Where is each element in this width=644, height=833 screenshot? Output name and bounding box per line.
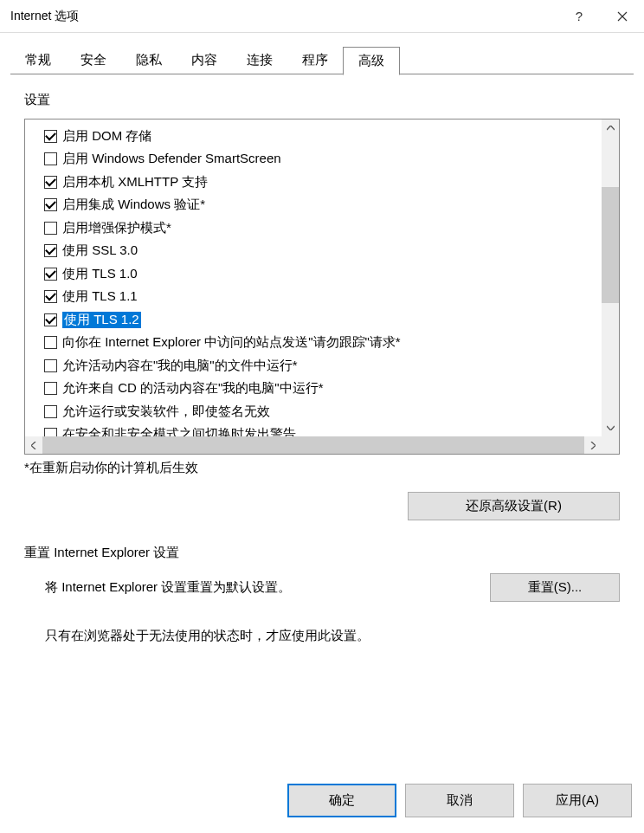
reset-heading: 重置 Internet Explorer 设置 <box>24 545 620 561</box>
setting-item: 使用 TLS 1.2 <box>42 308 619 332</box>
close-button[interactable] <box>601 0 644 33</box>
setting-item: 启用 DOM 存储 <box>42 125 619 148</box>
setting-item: 使用 SSL 3.0 <box>42 240 619 263</box>
dialog-footer: 确定 取消 应用(A) <box>287 784 632 817</box>
settings-group-label: 设置 <box>24 92 620 108</box>
checkbox[interactable] <box>44 382 57 395</box>
vertical-scrollbar[interactable] <box>602 119 619 436</box>
setting-item: 在安全和非安全模式之间切换时发出警告 <box>42 423 619 437</box>
tab-3[interactable]: 内容 <box>177 47 232 74</box>
checkbox[interactable] <box>44 130 57 143</box>
setting-label[interactable]: 启用集成 Windows 验证* <box>62 197 205 213</box>
checkbox[interactable] <box>44 244 57 257</box>
setting-item: 启用增强保护模式* <box>42 216 619 240</box>
window-title: Internet 选项 <box>10 9 557 24</box>
titlebar: Internet 选项 ? <box>0 0 644 33</box>
setting-label[interactable]: 向你在 Internet Explorer 中访问的站点发送"请勿跟踪"请求* <box>62 334 401 351</box>
checkbox[interactable] <box>44 198 57 211</box>
help-button[interactable]: ? <box>557 0 601 33</box>
settings-list: 启用 DOM 存储启用 Windows Defender SmartScreen… <box>25 119 619 436</box>
setting-label[interactable]: 使用 TLS 1.1 <box>62 288 138 305</box>
checkbox[interactable] <box>44 152 57 165</box>
tab-5[interactable]: 程序 <box>287 47 343 74</box>
setting-item: 启用本机 XMLHTTP 支持 <box>42 171 619 194</box>
reset-button[interactable]: 重置(S)... <box>490 573 620 602</box>
scroll-down-button[interactable] <box>602 419 619 436</box>
setting-label[interactable]: 使用 TLS 1.0 <box>62 266 138 282</box>
tab-2[interactable]: 隐私 <box>121 47 177 74</box>
setting-item: 启用 Windows Defender SmartScreen <box>42 148 619 171</box>
chevron-up-icon <box>607 126 615 131</box>
checkbox[interactable] <box>44 176 57 189</box>
setting-label[interactable]: 启用本机 XMLHTTP 支持 <box>62 174 208 190</box>
setting-item: 允许活动内容在"我的电脑"的文件中运行* <box>42 354 619 378</box>
tab-bar: 常规安全隐私内容连接程序高级 <box>0 47 644 74</box>
chevron-left-icon <box>31 442 36 449</box>
horizontal-scroll-thumb[interactable] <box>42 436 584 454</box>
apply-button[interactable]: 应用(A) <box>523 784 632 817</box>
setting-label[interactable]: 使用 TLS 1.2 <box>62 312 141 328</box>
restore-advanced-button[interactable]: 还原高级设置(R) <box>408 492 620 520</box>
setting-item: 使用 TLS 1.0 <box>42 262 619 286</box>
scroll-right-button[interactable] <box>584 436 602 454</box>
restart-note: *在重新启动你的计算机后生效 <box>24 460 620 476</box>
setting-item: 向你在 Internet Explorer 中访问的站点发送"请勿跟踪"请求* <box>42 332 619 355</box>
setting-item: 允许运行或安装软件，即使签名无效 <box>42 400 619 423</box>
scroll-up-button[interactable] <box>602 119 619 137</box>
content-area: 设置 启用 DOM 存储启用 Windows Defender SmartScr… <box>0 74 644 653</box>
checkbox[interactable] <box>44 290 57 303</box>
tab-0[interactable]: 常规 <box>10 47 66 74</box>
checkbox[interactable] <box>44 313 57 326</box>
checkbox[interactable] <box>44 359 57 372</box>
setting-label[interactable]: 启用增强保护模式* <box>62 220 171 236</box>
horizontal-scrollbar[interactable] <box>25 436 602 454</box>
settings-listbox: 启用 DOM 存储启用 Windows Defender SmartScreen… <box>24 119 620 455</box>
setting-label[interactable]: 在安全和非安全模式之间切换时发出警告 <box>62 426 296 436</box>
scroll-left-button[interactable] <box>25 436 42 454</box>
tab-4[interactable]: 连接 <box>232 47 287 74</box>
setting-item: 允许来自 CD 的活动内容在"我的电脑"中运行* <box>42 378 619 401</box>
setting-label[interactable]: 允许来自 CD 的活动内容在"我的电脑"中运行* <box>62 380 324 397</box>
tab-1[interactable]: 安全 <box>66 47 121 74</box>
chevron-down-icon <box>607 425 615 430</box>
setting-label[interactable]: 启用 Windows Defender SmartScreen <box>62 151 281 167</box>
checkbox[interactable] <box>44 222 57 235</box>
vertical-scroll-thumb[interactable] <box>602 187 619 303</box>
checkbox[interactable] <box>44 428 57 436</box>
scroll-corner <box>602 436 619 454</box>
reset-note: 只有在浏览器处于无法使用的状态时，才应使用此设置。 <box>24 628 620 644</box>
tab-6[interactable]: 高级 <box>343 47 400 75</box>
checkbox[interactable] <box>44 336 57 349</box>
chevron-right-icon <box>590 442 596 449</box>
checkbox[interactable] <box>44 405 57 418</box>
setting-label[interactable]: 启用 DOM 存储 <box>62 128 151 145</box>
ok-button[interactable]: 确定 <box>287 784 396 817</box>
checkbox[interactable] <box>44 268 57 281</box>
setting-item: 使用 TLS 1.1 <box>42 286 619 309</box>
setting-item: 启用集成 Windows 验证* <box>42 194 619 217</box>
setting-label[interactable]: 允许活动内容在"我的电脑"的文件中运行* <box>62 358 298 374</box>
cancel-button[interactable]: 取消 <box>405 784 514 817</box>
reset-description: 将 Internet Explorer 设置重置为默认设置。 <box>45 579 490 596</box>
setting-label[interactable]: 使用 SSL 3.0 <box>62 242 138 259</box>
close-icon <box>617 11 628 22</box>
setting-label[interactable]: 允许运行或安装软件，即使签名无效 <box>62 404 270 420</box>
